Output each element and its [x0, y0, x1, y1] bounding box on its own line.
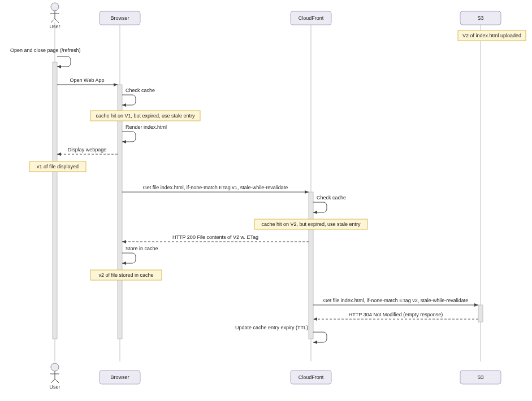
- svg-text:cache hit on V2, but expired, : cache hit on V2, but expired, use stale …: [261, 221, 361, 227]
- note-cache-hit-v2: cache hit on V2, but expired, use stale …: [254, 219, 367, 229]
- svg-point-8: [51, 3, 59, 11]
- participant-cloudfront-bottom: CloudFront: [291, 371, 331, 384]
- msg-browser-check-cache: Check cache: [122, 88, 155, 105]
- svg-text:Open Web App: Open Web App: [70, 77, 105, 83]
- svg-text:S3: S3: [477, 374, 483, 380]
- note-v1-displayed: v1 of file displayed: [29, 162, 86, 172]
- msg-get-file-v1: Get file index.html, if-none-match ETag …: [122, 185, 309, 192]
- svg-text:Check cache: Check cache: [126, 88, 155, 93]
- svg-text:Check cache: Check cache: [317, 195, 346, 200]
- msg-store-cache: Store in cache: [122, 246, 158, 263]
- participant-label: S3: [477, 15, 483, 21]
- svg-text:v1 of file displayed: v1 of file displayed: [37, 164, 79, 169]
- svg-rect-7: [478, 305, 483, 322]
- svg-text:HTTP 304 Not Modified (empty r: HTTP 304 Not Modified (empty response): [349, 312, 443, 317]
- actor-user: User: [49, 3, 60, 29]
- note-cache-hit-v1: cache hit on V1, but expired, use stale …: [90, 111, 200, 121]
- svg-text:Get file index.html, if-none-m: Get file index.html, if-none-match ETag …: [323, 298, 469, 303]
- note-s3-upload: V2 of index.html uploaded: [458, 30, 526, 41]
- participant-label: CloudFront: [299, 15, 324, 21]
- msg-http-200: HTTP 200 File contents of V2 w. ETag: [122, 234, 309, 242]
- svg-line-12: [55, 19, 59, 23]
- note-v2-stored: v2 of file stored in cache: [90, 270, 162, 280]
- svg-text:Get file index.html, if-none-m: Get file index.html, if-none-match ETag …: [143, 185, 288, 190]
- msg-cf-check-cache: Check cache: [313, 195, 346, 212]
- participant-label: Browser: [110, 15, 129, 21]
- participant-cloudfront: CloudFront: [291, 11, 331, 25]
- svg-rect-5: [118, 85, 122, 339]
- svg-text:Display webpage: Display webpage: [68, 147, 107, 152]
- participant-label: User: [49, 24, 60, 29]
- actor-user-bottom: User: [49, 363, 60, 390]
- participant-browser-bottom: Browser: [100, 371, 140, 384]
- svg-text:HTTP 200 File contents of V2 w: HTTP 200 File contents of V2 w. ETag: [172, 234, 258, 240]
- svg-rect-6: [309, 192, 313, 339]
- svg-line-20: [55, 379, 59, 383]
- svg-text:CloudFront: CloudFront: [299, 374, 324, 380]
- msg-http-304: HTTP 304 Not Modified (empty response): [313, 312, 478, 319]
- msg-open-web-app: Open Web App: [57, 77, 118, 85]
- svg-text:Store in cache: Store in cache: [126, 246, 158, 251]
- svg-text:Update cache entry expiry (TTL: Update cache entry expiry (TTL): [235, 325, 308, 330]
- svg-line-11: [51, 19, 55, 23]
- participant-browser: Browser: [100, 11, 140, 25]
- msg-get-file-v2: Get file index.html, if-none-match ETag …: [313, 298, 478, 305]
- sequence-diagram: User Browser CloudFront S3 User Browser …: [0, 0, 532, 401]
- svg-rect-4: [53, 62, 57, 339]
- svg-text:v2 of file stored in cache: v2 of file stored in cache: [98, 272, 153, 278]
- msg-render-index: Render index.html: [122, 124, 167, 142]
- svg-text:cache hit on V1, but expired, : cache hit on V1, but expired, use stale …: [96, 113, 195, 119]
- msg-display-webpage: Display webpage: [57, 147, 118, 154]
- svg-text:Open and close page (/refresh): Open and close page (/refresh): [10, 47, 81, 53]
- participant-s3: S3: [460, 11, 501, 25]
- svg-text:V2 of index.html uploaded: V2 of index.html uploaded: [462, 33, 521, 38]
- svg-line-19: [51, 379, 55, 383]
- msg-user-refresh: Open and close page (/refresh): [10, 47, 81, 67]
- svg-text:Browser: Browser: [110, 374, 129, 380]
- participant-s3-bottom: S3: [460, 371, 501, 384]
- svg-text:User: User: [49, 384, 60, 390]
- svg-text:Render index.html: Render index.html: [126, 124, 167, 130]
- svg-point-16: [51, 363, 59, 371]
